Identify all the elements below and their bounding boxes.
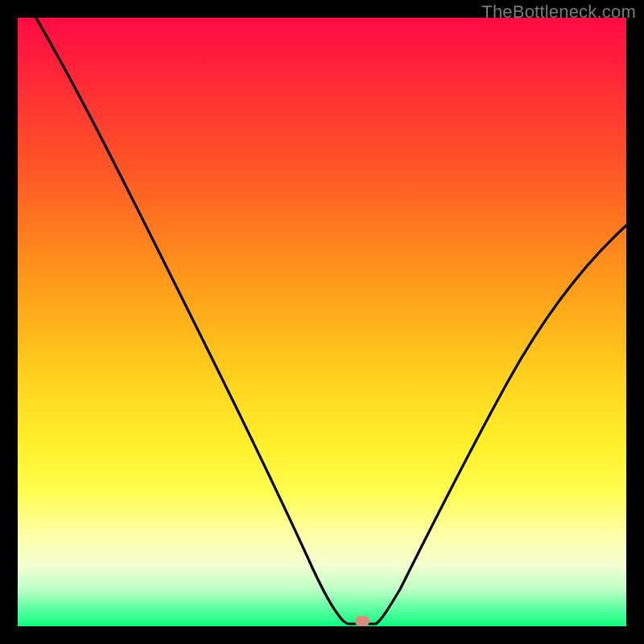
chart-frame: TheBottleneck.com	[0, 0, 644, 644]
watermark-text: TheBottleneck.com	[481, 2, 636, 23]
curve-path	[18, 18, 626, 624]
optimal-point-marker	[355, 616, 369, 626]
bottleneck-curve	[18, 18, 626, 626]
plot-area	[18, 18, 626, 626]
